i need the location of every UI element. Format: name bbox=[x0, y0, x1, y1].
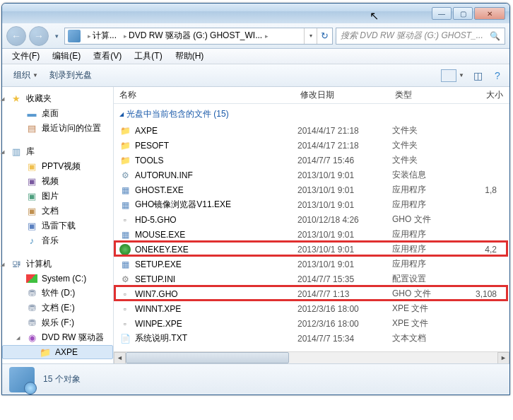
tree-documents[interactable]: ▣文档 bbox=[2, 204, 113, 218]
menu-view[interactable]: 查看(V) bbox=[88, 49, 127, 64]
col-date[interactable]: 修改日期 bbox=[295, 89, 389, 101]
breadcrumb: ▸计算... bbox=[83, 30, 119, 42]
scroll-thumb[interactable] bbox=[126, 352, 289, 363]
gho-icon: ▫ bbox=[119, 288, 131, 300]
file-row[interactable]: ▫WINPE.XPE2012/3/16 18:00XPE 文件 bbox=[114, 316, 509, 331]
gho-icon: ▫ bbox=[119, 214, 131, 226]
menu-edit[interactable]: 编辑(E) bbox=[47, 49, 86, 64]
search-icon: 🔍 bbox=[490, 31, 500, 41]
explorer-window: ↖ — ▢ ✕ ← → ▾ ▸计算... ▸DVD RW 驱动器 (G:) GH… bbox=[1, 3, 510, 395]
tree-desktop[interactable]: ▬桌面 bbox=[2, 106, 113, 121]
file-date: 2012/3/16 18:00 bbox=[297, 319, 392, 329]
navigation-bar: ← → ▾ ▸计算... ▸DVD RW 驱动器 (G:) GHOST_WI..… bbox=[2, 23, 509, 49]
file-date: 2014/4/17 21:18 bbox=[297, 141, 392, 151]
file-row[interactable]: ▫WINNT.XPE2012/3/16 18:00XPE 文件 bbox=[114, 301, 509, 316]
file-name: 系统说明.TXT bbox=[135, 332, 297, 344]
file-list-pane: 名称 修改日期 类型 大小 ◢ 光盘中当前包含的文件 (15) 📁AXPE201… bbox=[114, 87, 509, 363]
tree-drive-e[interactable]: ⛃文档 (E:) bbox=[2, 301, 113, 315]
file-size: 1,8 bbox=[459, 185, 509, 195]
file-name: HD-5.GHO bbox=[135, 215, 297, 225]
tree-downloads[interactable]: ▣迅雷下载 bbox=[2, 218, 113, 233]
file-type: 安装信息 bbox=[392, 169, 459, 181]
file-row[interactable]: 📁PESOFT2014/4/17 21:18文件夹 bbox=[114, 138, 509, 153]
file-date: 2013/10/1 9:01 bbox=[297, 185, 392, 195]
file-row[interactable]: ▫HD-5.GHO2010/12/18 4:26GHO 文件 bbox=[114, 212, 509, 227]
tree-computer[interactable]: 🖳计算机 bbox=[2, 257, 113, 272]
toolbar: 组织▼ 刻录到光盘 ▼ ◫ ? bbox=[2, 64, 509, 87]
preview-pane-button[interactable]: ◫ bbox=[471, 69, 484, 82]
tree-drive-c[interactable]: System (C:) bbox=[2, 272, 113, 286]
file-row[interactable]: ⚙SETUP.INI2014/7/7 15:35配置设置 bbox=[114, 272, 509, 286]
tree-libraries[interactable]: ▥库 bbox=[2, 144, 113, 159]
file-row[interactable]: ▦GHOST.EXE2013/10/1 9:01应用程序1,8 bbox=[114, 182, 509, 197]
organize-button[interactable]: 组织▼ bbox=[8, 66, 44, 84]
help-button[interactable]: ? bbox=[491, 69, 504, 82]
file-type: GHO 文件 bbox=[392, 288, 459, 300]
close-button[interactable]: ✕ bbox=[474, 7, 505, 20]
file-date: 2014/7/7 15:46 bbox=[297, 156, 392, 165]
file-row[interactable]: ▦SETUP.EXE2013/10/1 9:01应用程序 bbox=[114, 257, 509, 272]
file-date: 2013/10/1 9:01 bbox=[297, 245, 392, 255]
group-toggle-icon: ◢ bbox=[119, 111, 124, 117]
exe-icon: ▦ bbox=[119, 199, 131, 211]
file-row[interactable]: 📁AXPE2014/4/17 21:18文件夹 bbox=[114, 123, 509, 138]
maximize-button[interactable]: ▢ bbox=[453, 7, 473, 20]
tree-axpe[interactable]: 📁AXPE bbox=[2, 345, 113, 359]
menu-tools[interactable]: 工具(T) bbox=[129, 49, 167, 64]
tree-recent[interactable]: ▤最近访问的位置 bbox=[2, 121, 113, 136]
menu-help[interactable]: 帮助(H) bbox=[170, 49, 210, 64]
scroll-left-arrow[interactable]: ◄ bbox=[114, 352, 126, 364]
tree-videos[interactable]: ▣视频 bbox=[2, 174, 113, 189]
navigation-tree: ★收藏夹 ▬桌面 ▤最近访问的位置 ▥库 ▣PPTV视频 ▣视频 ▣图片 ▣文档… bbox=[2, 87, 114, 363]
address-dropdown[interactable]: ▾ bbox=[304, 28, 317, 44]
group-header[interactable]: ◢ 光盘中当前包含的文件 (15) bbox=[114, 104, 509, 123]
horizontal-scrollbar[interactable]: ◄ ► bbox=[114, 351, 509, 363]
content-area: ★收藏夹 ▬桌面 ▤最近访问的位置 ▥库 ▣PPTV视频 ▣视频 ▣图片 ▣文档… bbox=[2, 87, 509, 363]
menu-file[interactable]: 文件(F) bbox=[6, 49, 45, 64]
file-row[interactable]: ▫WIN7.GHO2014/7/7 1:13GHO 文件3,108 bbox=[114, 286, 509, 301]
file-name: GHO镜像浏览器V11.EXE bbox=[135, 199, 297, 211]
file-row[interactable]: ONEKEY.EXE2013/10/1 9:01应用程序4,2 bbox=[114, 242, 509, 257]
file-date: 2013/10/1 9:01 bbox=[297, 170, 392, 180]
status-bar: 15 个对象 bbox=[2, 363, 509, 395]
address-bar[interactable]: ▸计算... ▸DVD RW 驱动器 (G:) GHOST_WI...▸ ▾ ↻ bbox=[64, 28, 333, 45]
tree-drive-d[interactable]: ⛃软件 (D:) bbox=[2, 286, 113, 301]
minimize-button[interactable]: — bbox=[432, 7, 452, 20]
file-type: XPE 文件 bbox=[392, 317, 459, 329]
tree-favorites[interactable]: ★收藏夹 bbox=[2, 91, 113, 106]
tree-pictures[interactable]: ▣图片 bbox=[2, 189, 113, 204]
back-button[interactable]: ← bbox=[6, 26, 26, 46]
file-row[interactable]: ⚙AUTORUN.INF2013/10/1 9:01安装信息 bbox=[114, 168, 509, 182]
burn-button[interactable]: 刻录到光盘 bbox=[44, 66, 98, 84]
exe-icon: ▦ bbox=[119, 259, 131, 270]
file-type: GHO 文件 bbox=[392, 214, 459, 226]
file-type: 应用程序 bbox=[392, 184, 459, 196]
file-row[interactable]: 📁TOOLS2014/7/7 15:46文件夹 bbox=[114, 153, 509, 168]
file-row[interactable]: ▦MOUSE.EXE2013/10/1 9:01应用程序 bbox=[114, 227, 509, 242]
refresh-button[interactable]: ↻ bbox=[317, 28, 332, 44]
scroll-right-arrow[interactable]: ► bbox=[497, 352, 509, 364]
history-dropdown[interactable]: ▾ bbox=[52, 26, 61, 46]
tree-music[interactable]: ♪音乐 bbox=[2, 233, 113, 248]
col-size[interactable]: 大小 bbox=[456, 89, 509, 101]
tree-drive-f[interactable]: ⛃娱乐 (F:) bbox=[2, 315, 113, 330]
drive-icon bbox=[68, 30, 81, 42]
file-row[interactable]: ▦GHO镜像浏览器V11.EXE2013/10/1 9:01应用程序 bbox=[114, 197, 509, 212]
file-row[interactable]: 📄系统说明.TXT2014/7/7 15:34文本文档 bbox=[114, 331, 509, 346]
tree-pptv[interactable]: ▣PPTV视频 bbox=[2, 159, 113, 174]
tree-drive-g[interactable]: ◉DVD RW 驱动器 bbox=[2, 330, 113, 345]
col-type[interactable]: 类型 bbox=[389, 89, 456, 101]
file-name: MOUSE.EXE bbox=[135, 230, 297, 240]
col-name[interactable]: 名称 bbox=[114, 89, 295, 101]
file-type: 应用程序 bbox=[392, 243, 459, 255]
cursor-icon: ↖ bbox=[370, 9, 379, 23]
forward-button[interactable]: → bbox=[29, 26, 49, 46]
xpe-icon: ▫ bbox=[119, 303, 131, 315]
file-date: 2014/4/17 21:18 bbox=[297, 126, 392, 136]
file-type: 应用程序 bbox=[392, 258, 459, 270]
file-name: SETUP.EXE bbox=[135, 259, 297, 269]
search-input[interactable]: 搜索 DVD RW 驱动器 (G:) GHOST_... 🔍 bbox=[336, 28, 505, 45]
view-mode-button[interactable]: ▼ bbox=[441, 69, 464, 82]
file-rows: 📁AXPE2014/4/17 21:18文件夹📁PESOFT2014/4/17 … bbox=[114, 123, 509, 351]
file-name: TOOLS bbox=[135, 156, 297, 165]
